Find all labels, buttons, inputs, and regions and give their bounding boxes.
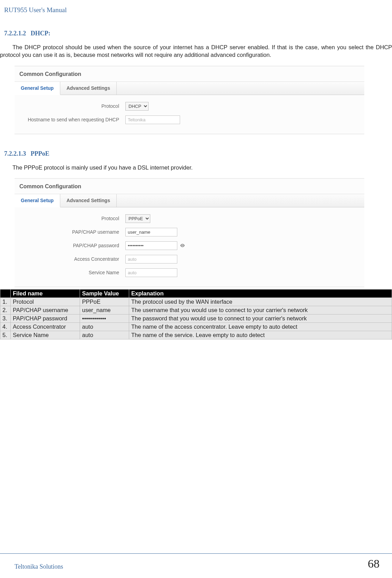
cell-field: PAP/CHAP username: [11, 306, 80, 314]
table-row: 4. Access Concentrator auto The name of …: [0, 322, 392, 331]
label-protocol: Protocol: [15, 103, 125, 109]
label-username: PAP/CHAP username: [15, 229, 125, 235]
footer-page-number: 68: [368, 557, 380, 570]
parameters-table: Filed name Sample Value Explanation 1. P…: [0, 289, 392, 339]
cell-num: 3.: [0, 314, 11, 322]
tabs: General Setup Advanced Settings: [15, 82, 364, 95]
input-service-name[interactable]: [125, 268, 177, 277]
paragraph-text: The PPPoE protocol is mainly used if you…: [0, 164, 392, 171]
tabs: General Setup Advanced Settings: [15, 194, 364, 207]
config-panel-dhcp: Common Configuration General Setup Advan…: [15, 66, 364, 134]
cell-field: Access Concentrator: [11, 322, 80, 331]
paragraph-text: The DHCP protocol should be used when th…: [0, 43, 392, 59]
cell-num: 5.: [0, 331, 11, 339]
tab-general-setup[interactable]: General Setup: [15, 82, 60, 95]
tab-advanced-settings[interactable]: Advanced Settings: [60, 82, 117, 95]
tab-general-setup[interactable]: General Setup: [15, 194, 60, 207]
table-row: 3. PAP/CHAP password •••••••••••• The pa…: [0, 314, 392, 322]
section-title: PPPoE: [31, 150, 50, 157]
cell-num: 2.: [0, 306, 11, 314]
cell-expl: The name of the service. Leave empty to …: [129, 331, 392, 339]
cell-expl: The protocol used by the WAN interface: [129, 297, 392, 306]
cell-sample: user_name: [80, 306, 129, 314]
tab-advanced-settings[interactable]: Advanced Settings: [60, 194, 117, 207]
table-row: 2. PAP/CHAP username user_name The usern…: [0, 306, 392, 314]
cell-field: Protocol: [11, 297, 80, 306]
th-sample-value: Sample Value: [80, 289, 129, 297]
input-hostname[interactable]: [125, 115, 180, 124]
select-protocol[interactable]: PPPoE: [125, 214, 150, 223]
label-hostname: Hostname to send when requesting DHCP: [15, 117, 125, 122]
footer: Teltonika Solutions 68: [0, 553, 392, 570]
config-panel-pppoe: Common Configuration General Setup Advan…: [15, 178, 364, 287]
input-access-concentrator[interactable]: [125, 255, 177, 264]
panel-heading: Common Configuration: [15, 66, 364, 81]
th-blank: [0, 289, 11, 297]
table-row: 5. Service Name auto The name of the ser…: [0, 331, 392, 339]
label-password: PAP/CHAP password: [15, 243, 125, 248]
footer-company: Teltonika Solutions: [15, 563, 63, 570]
label-access-concentrator: Access Concentrator: [15, 256, 125, 262]
th-field-name: Filed name: [11, 289, 80, 297]
table-row: 1. Protocol PPPoE The protocol used by t…: [0, 297, 392, 306]
paragraph-dhcp: The DHCP protocol should be used when th…: [0, 41, 392, 64]
section-num: 7.2.2.1.3: [4, 150, 26, 157]
cell-expl: The password that you would use to conne…: [129, 314, 392, 322]
cell-sample: ••••••••••••: [80, 314, 129, 322]
paragraph-pppoe: The PPPoE protocol is mainly used if you…: [0, 162, 392, 176]
cell-sample: auto: [80, 322, 129, 331]
cell-sample: auto: [80, 331, 129, 339]
cell-sample: PPPoE: [80, 297, 129, 306]
section-title: DHCP:: [31, 30, 51, 37]
cell-expl: The username that you would use to conne…: [129, 306, 392, 314]
cell-field: PAP/CHAP password: [11, 314, 80, 322]
cell-num: 1.: [0, 297, 11, 306]
input-username[interactable]: [125, 228, 177, 236]
select-protocol[interactable]: DHCP: [125, 102, 149, 111]
section-heading-pppoe: 7.2.2.1.3 PPPoE: [0, 136, 392, 162]
panel-heading: Common Configuration: [15, 179, 364, 194]
section-num: 7.2.2.1.2: [4, 30, 26, 37]
eye-icon[interactable]: [180, 243, 185, 248]
label-protocol: Protocol: [15, 216, 125, 221]
label-service-name: Service Name: [15, 270, 125, 275]
input-password[interactable]: [125, 241, 177, 250]
cell-num: 4.: [0, 322, 11, 331]
th-explanation: Explanation: [129, 289, 392, 297]
doc-header: RUT955 User's Manual: [0, 6, 392, 16]
cell-field: Service Name: [11, 331, 80, 339]
cell-expl: The name of the access concentrator. Lea…: [129, 322, 392, 331]
section-heading-dhcp: 7.2.2.1.2 DHCP:: [0, 16, 392, 41]
